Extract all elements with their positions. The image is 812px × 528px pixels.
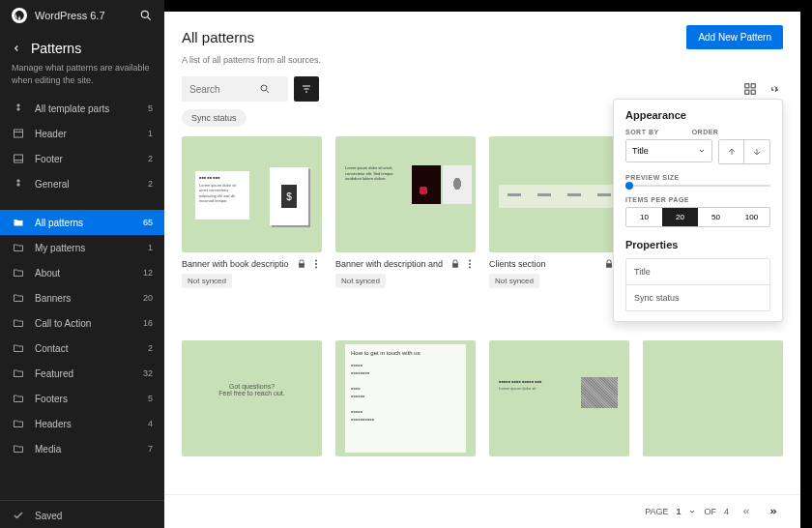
card-preview: ■■■ ■■ ■■■Lorem ipsum dolor sit amet con… <box>182 136 322 252</box>
saved-indicator: Saved <box>0 503 164 528</box>
sidebar-item-count: 32 <box>143 368 153 378</box>
folder-icon <box>12 367 25 380</box>
sidebar-item-banners[interactable]: Banners20 <box>0 285 164 310</box>
items-option-10[interactable]: 10 <box>626 208 662 226</box>
section-title: Patterns <box>31 41 81 56</box>
sidebar-item-header[interactable]: Header1 <box>0 121 164 146</box>
items-option-50[interactable]: 50 <box>698 208 734 226</box>
pattern-card[interactable]: ■■■■■ ■■■■ ■■■■■ ■■■Lorem ipsum dolor si… <box>489 340 629 495</box>
pattern-card[interactable]: ■■■ ■■ ■■■Lorem ipsum dolor sit amet con… <box>182 136 322 327</box>
folder-icon <box>12 216 25 229</box>
order-label: ORDER <box>692 129 719 135</box>
patterns-folders-list: All patterns65My patterns1About12Banners… <box>0 210 164 461</box>
grid-view-button[interactable] <box>742 81 758 97</box>
pattern-card[interactable]: Got questions?Feel free to reach out. <box>182 340 322 495</box>
svg-line-2 <box>148 17 151 20</box>
svg-rect-13 <box>751 84 755 88</box>
pattern-card[interactable]: Lorem ipsum dolor sit amet, consectetur … <box>335 136 476 327</box>
filter-icon <box>301 83 312 95</box>
search-icon[interactable] <box>139 9 153 22</box>
next-page-button[interactable] <box>764 505 783 518</box>
sidebar-item-label: Footers <box>35 394 138 404</box>
sidebar-item-footers[interactable]: Footers5 <box>0 386 164 411</box>
sort-by-value: Title <box>632 146 649 156</box>
sidebar-item-count: 1 <box>148 243 153 252</box>
sidebar-item-contact[interactable]: Contact2 <box>0 336 164 361</box>
more-icon[interactable] <box>464 258 476 270</box>
order-desc-button[interactable] <box>744 140 769 163</box>
pagination: PAGE 1 OF 4 <box>164 494 800 528</box>
search-input-wrapper[interactable] <box>182 76 288 102</box>
order-asc-button[interactable] <box>719 140 744 163</box>
sidebar-item-count: 2 <box>148 154 153 163</box>
sidebar-item-featured[interactable]: Featured32 <box>0 361 164 386</box>
back-nav[interactable]: Patterns <box>0 31 164 62</box>
settings-button[interactable] <box>768 81 783 97</box>
pattern-card[interactable]: How to get in touch with us■■■■■■■■■■■■■… <box>335 340 476 495</box>
sidebar-item-my-patterns[interactable]: My patterns1 <box>0 235 164 260</box>
preview-size-label: PREVIEW SIZE <box>625 174 770 181</box>
sidebar-item-general[interactable]: General2 <box>0 171 164 196</box>
wordpress-logo-icon[interactable] <box>12 8 27 23</box>
slider-thumb[interactable] <box>625 182 633 190</box>
pattern-card[interactable]: Clients sectionNot synced <box>489 136 629 327</box>
preview-size-slider[interactable] <box>625 185 770 187</box>
chevrons-left-icon <box>740 507 752 516</box>
arrow-down-icon <box>752 147 762 157</box>
svg-rect-3 <box>14 130 23 137</box>
folder-icon <box>12 316 25 330</box>
section-description: Manage what patterns are available when … <box>0 62 164 96</box>
sidebar-item-label: About <box>35 268 133 279</box>
sidebar-item-count: 12 <box>143 268 153 278</box>
chevron-down-icon[interactable] <box>688 508 696 515</box>
more-icon[interactable] <box>310 258 322 270</box>
folder-icon <box>12 417 25 430</box>
diamond-icon <box>12 177 25 191</box>
sidebar-item-label: My patterns <box>35 243 138 253</box>
sync-status-chip[interactable]: Sync status <box>182 109 246 127</box>
search-input[interactable] <box>189 84 259 95</box>
filter-button[interactable] <box>294 76 319 102</box>
folder-icon <box>12 291 25 305</box>
sidebar-item-label: Header <box>35 129 138 139</box>
sidebar-item-label: General <box>35 179 138 190</box>
page-label: PAGE <box>645 507 668 516</box>
card-preview <box>643 340 783 456</box>
sidebar-item-all-template-parts[interactable]: All template parts5 <box>0 96 164 121</box>
page-header: All patterns Add New Pattern <box>164 12 800 55</box>
add-pattern-button[interactable]: Add New Pattern <box>686 25 783 49</box>
search-icon <box>259 83 271 95</box>
sync-badge: Not synced <box>335 274 386 288</box>
footer-icon <box>12 152 25 165</box>
sort-by-select[interactable]: Title <box>625 139 712 162</box>
sidebar-item-headers[interactable]: Headers4 <box>0 411 164 436</box>
properties-title: Properties <box>625 239 770 250</box>
page-title: All patterns <box>182 29 254 45</box>
svg-point-20 <box>469 263 471 265</box>
items-option-20[interactable]: 20 <box>662 208 698 226</box>
sidebar-item-footer[interactable]: Footer2 <box>0 146 164 171</box>
sort-by-label: SORT BY <box>625 129 659 135</box>
sidebar-item-all-patterns[interactable]: All patterns65 <box>0 210 164 235</box>
folder-icon <box>12 266 25 279</box>
sidebar-item-call-to-action[interactable]: Call to Action16 <box>0 310 164 336</box>
sidebar-item-about[interactable]: About12 <box>0 260 164 285</box>
appearance-popup: Appearance SORT BY ORDER Title <box>613 99 783 322</box>
prev-page-button[interactable] <box>737 505 756 518</box>
card-preview: Got questions?Feel free to reach out. <box>182 340 322 456</box>
sidebar-item-media[interactable]: Media7 <box>0 436 164 461</box>
sidebar-item-count: 20 <box>143 293 153 303</box>
sidebar-item-label: Featured <box>35 368 133 379</box>
property-title[interactable]: Title <box>626 259 769 285</box>
items-option-100[interactable]: 100 <box>734 208 769 226</box>
sidebar-item-label: Contact <box>35 343 138 354</box>
property-sync-status[interactable]: Sync status <box>626 285 769 310</box>
grid-icon <box>743 82 757 96</box>
order-buttons <box>718 139 770 164</box>
svg-point-16 <box>315 260 317 262</box>
pattern-card[interactable] <box>643 340 783 495</box>
folder-icon <box>12 241 25 254</box>
sidebar-item-label: Headers <box>35 419 138 429</box>
folder-icon <box>12 442 25 455</box>
gear-icon <box>768 82 782 96</box>
